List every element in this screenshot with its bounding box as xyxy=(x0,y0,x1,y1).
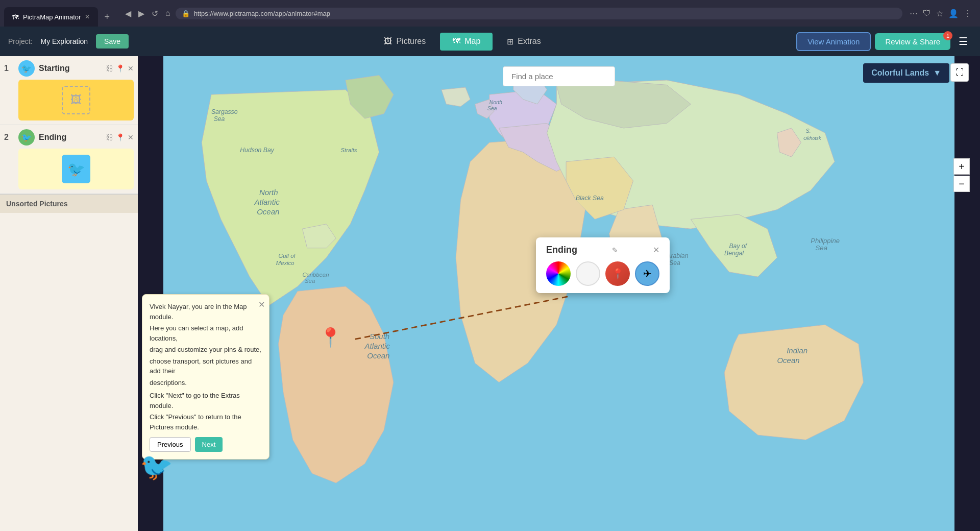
svg-text:Philippine: Philippine xyxy=(811,237,840,245)
svg-text:Okhotsk: Okhotsk xyxy=(803,135,822,141)
more-btn[interactable]: ⋮ xyxy=(964,9,972,18)
tab-extras[interactable]: ⊞ Extras xyxy=(495,33,553,51)
scene-1-number: 1 xyxy=(4,64,14,73)
svg-text:Ocean: Ocean xyxy=(257,207,279,216)
map-area[interactable]: Colorful Lands ▼ ⛶ + − xyxy=(138,56,980,531)
nav-refresh-btn[interactable]: ↺ xyxy=(150,7,160,20)
tab-favicon: 🗺 xyxy=(12,13,19,21)
popup-color-wheel-icon[interactable] xyxy=(546,261,571,286)
scene-2-number: 2 xyxy=(4,133,14,142)
popup-edit-icon[interactable]: ✎ xyxy=(612,246,618,254)
nav-home-btn[interactable]: ⌂ xyxy=(163,7,173,20)
svg-text:Bay of: Bay of xyxy=(729,243,747,250)
extras-label: Extras xyxy=(518,37,541,46)
scene-1-icon: 🐦 xyxy=(18,60,35,77)
map-search xyxy=(503,66,615,86)
ending-popup-title: Ending xyxy=(546,245,577,255)
browser-actions: ⋯ 🛡 ☆ 👤 ⋮ xyxy=(910,9,972,18)
tooltip-line3: drag and customize your pins & route, xyxy=(150,345,262,355)
scene-2-close-icon[interactable]: ✕ xyxy=(128,133,134,141)
tooltip-line6: Click "Next" to go to the Extras module. xyxy=(150,391,262,411)
scene-2-header: 2 🐦 Ending ⛓ 📍 ✕ xyxy=(4,129,134,146)
menu-button[interactable]: ☰ xyxy=(954,33,972,50)
scene-2-thumb: 🐦 xyxy=(62,155,90,183)
map-fullscreen-button[interactable]: ⛶ xyxy=(950,63,969,82)
scene-2-link-icon[interactable]: ⛓ xyxy=(106,133,113,141)
scene-2-title: Ending xyxy=(39,133,102,142)
tab-pictures[interactable]: 🖼 Pictures xyxy=(372,33,438,51)
new-tab-btn[interactable]: + xyxy=(99,7,115,27)
scene-2-icon: 🐦 xyxy=(18,129,35,146)
scene-1-header: 1 🐦 Starting ⛓ 📍 ✕ xyxy=(4,60,134,77)
ending-popup: Ending ✎ ✕ 📍 ✈ xyxy=(536,237,670,293)
tab-close-btn[interactable]: ✕ xyxy=(85,13,90,20)
tooltip-line7: Click "Previous" to return to the Pictur… xyxy=(150,412,262,432)
svg-text:Ocean: Ocean xyxy=(367,351,389,360)
view-animation-button[interactable]: View Animation xyxy=(796,32,871,51)
popup-red-pin-icon[interactable]: 📍 xyxy=(605,261,630,286)
top-bar: Project: My Exploration Save 🖼 Pictures … xyxy=(0,27,980,56)
svg-text:Indian: Indian xyxy=(787,346,807,355)
bird-mascot: 🐦 xyxy=(140,451,173,482)
scene-1-title: Starting xyxy=(39,64,102,73)
map-style-label: Colorful Lands xyxy=(871,68,929,78)
popup-icons: 📍 ✈ xyxy=(546,261,659,286)
nav-forward-btn[interactable]: ▶ xyxy=(136,7,146,20)
tooltip-box: ✕ Vivek Nayyar, you are in the Map modul… xyxy=(142,294,270,460)
svg-text:Ocean: Ocean xyxy=(777,356,799,365)
svg-text:Sea: Sea xyxy=(214,115,225,123)
scene-1-close-icon[interactable]: ✕ xyxy=(128,64,134,73)
chevron-down-icon: ▼ xyxy=(933,68,941,78)
review-share-button[interactable]: Review & Share xyxy=(875,33,950,50)
tab-map[interactable]: 🗺 Map xyxy=(440,33,493,51)
popup-plane-icon[interactable]: ✈ xyxy=(635,261,659,286)
map-label: Map xyxy=(464,37,480,46)
next-button[interactable]: Next xyxy=(195,437,223,452)
popup-white-icon[interactable] xyxy=(576,261,600,286)
app-container: Project: My Exploration Save 🖼 Pictures … xyxy=(0,27,980,531)
zoom-in-button[interactable]: + xyxy=(953,158,970,175)
tooltip-actions: Previous Next xyxy=(150,437,262,452)
red-pin-symbol: 📍 xyxy=(611,268,624,280)
tooltip-line1: Vivek Nayyar, you are in the Map module. xyxy=(150,302,262,322)
scene-2-thumb-area: 🐦 xyxy=(18,149,134,189)
map-pin-south-america[interactable]: 📍 xyxy=(319,327,342,348)
popup-close-btn[interactable]: ✕ xyxy=(653,245,659,255)
scene-1-pin-icon[interactable]: 📍 xyxy=(116,64,125,73)
scene-1-link-icon[interactable]: ⛓ xyxy=(106,64,113,73)
svg-text:Sargasso: Sargasso xyxy=(211,108,238,115)
search-input[interactable] xyxy=(503,66,615,86)
svg-text:Bengal: Bengal xyxy=(724,250,744,257)
svg-text:Atlantic: Atlantic xyxy=(364,342,390,350)
world-map: North Atlantic Ocean South Atlantic Ocea… xyxy=(138,56,980,531)
browser-tabs: 🗺 PictraMap Animator ✕ + xyxy=(4,0,115,27)
scene-2-actions: ⛓ 📍 ✕ xyxy=(106,133,134,141)
active-tab[interactable]: 🗺 PictraMap Animator ✕ xyxy=(4,7,98,27)
browser-chrome: 🗺 PictraMap Animator ✕ + ◀ ▶ ↺ ⌂ 🔒 https… xyxy=(0,0,980,27)
bookmark-icon[interactable]: ☆ xyxy=(936,9,943,18)
project-label: Project: xyxy=(8,37,32,45)
scene-1-placeholder: 🖼 xyxy=(62,86,90,114)
previous-button[interactable]: Previous xyxy=(150,437,191,452)
scene-2-pin-icon[interactable]: 📍 xyxy=(116,133,125,141)
scene-1-thumb-area: 🖼 xyxy=(18,80,134,120)
nav-back-btn[interactable]: ◀ xyxy=(123,7,133,20)
pictures-icon: 🖼 xyxy=(384,37,392,46)
tooltip-line5: descriptions. xyxy=(150,378,262,388)
profile-icon[interactable]: 👤 xyxy=(948,9,959,18)
ending-popup-header: Ending ✎ ✕ xyxy=(546,245,659,255)
save-button[interactable]: Save xyxy=(96,34,129,49)
map-style-dropdown[interactable]: Colorful Lands ▼ xyxy=(863,63,949,83)
tooltip-close-btn[interactable]: ✕ xyxy=(258,299,265,311)
unsorted-label: Unsorted Pictures xyxy=(6,200,68,208)
secure-icon: 🔒 xyxy=(182,10,190,17)
extensions-btn[interactable]: ⋯ xyxy=(910,9,918,18)
tooltip-line4: choose transport, sort pictures and add … xyxy=(150,356,262,376)
zoom-out-button[interactable]: − xyxy=(953,176,970,192)
scene-1-actions: ⛓ 📍 ✕ xyxy=(106,64,134,73)
scene-item-1: 1 🐦 Starting ⛓ 📍 ✕ 🖼 xyxy=(0,56,138,125)
browser-nav: ◀ ▶ ↺ ⌂ 🔒 https://www.pictramap.com/app/… xyxy=(119,0,976,27)
plane-symbol: ✈ xyxy=(643,268,652,280)
address-bar-container: 🔒 https://www.pictramap.com/app/animator… xyxy=(176,8,902,19)
svg-text:South: South xyxy=(370,332,389,341)
